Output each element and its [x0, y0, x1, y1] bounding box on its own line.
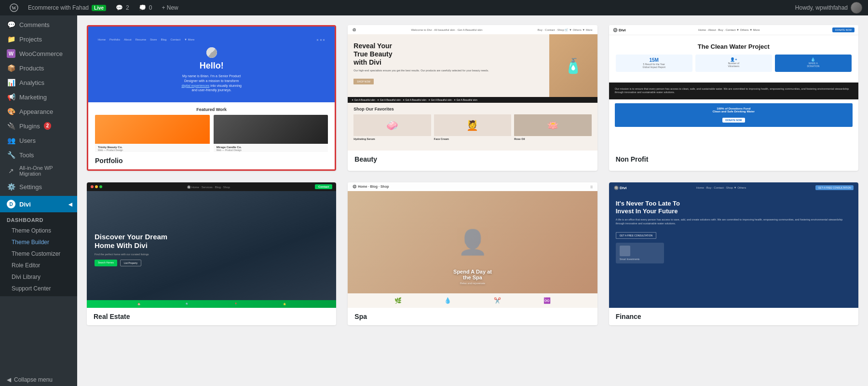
submenu-theme-customizer[interactable]: Theme Customizer — [0, 248, 77, 260]
finance-preview: 🔘 Divi Home · Buy · Contact · Shop ▼ Oth… — [609, 182, 858, 308]
admin-bar-right: Howdy, wpwithfahad — [795, 2, 862, 14]
theme-card-beauty[interactable]: 🔘 Welcome to Divi · All beautiful skin ·… — [348, 25, 597, 171]
comments-item[interactable]: 💬 2 — [112, 0, 133, 15]
submenu-role-editor[interactable]: Role Editor — [0, 260, 77, 271]
submenu-theme-builder[interactable]: Theme Builder — [0, 236, 77, 248]
realestate-buttons: Search Homes List Property — [95, 260, 328, 266]
new-label: + New — [162, 4, 178, 11]
marketing-icon: 📢 — [7, 93, 15, 101]
beauty-nav: 🔘 Welcome to Divi · All beautiful skin ·… — [348, 25, 597, 34]
products-icon: 📦 — [7, 64, 15, 72]
analytics-icon: 📊 — [7, 78, 15, 87]
divi-icon: D — [7, 200, 15, 208]
finance-card-label: Smart Investments — [620, 258, 660, 261]
site-name-item[interactable]: Ecommerce with Fahad Live — [24, 0, 110, 15]
spa-overlay-text: Spend A Day atthe Spa Relax and rejuvena… — [453, 269, 492, 285]
realestate-subtitle: Find the perfect home with our curated l… — [95, 253, 328, 256]
sidebar-item-analytics[interactable]: 📊 Analytics — [0, 75, 77, 90]
finance-card: Smart Investments — [616, 243, 664, 263]
bubble-icon: 💭 — [139, 4, 146, 11]
sidebar-label-appearance: Appearance — [19, 108, 53, 115]
plugins-badge: 2 — [44, 122, 52, 130]
collapse-menu[interactable]: ◀ Collapse menu — [0, 373, 77, 386]
theme-card-spa[interactable]: 🔘 Home · Blog · Shop ☰ 👤 Spend — [348, 182, 597, 325]
sidebar-item-appearance[interactable]: 🎨 Appearance — [0, 104, 77, 119]
sidebar-item-allinone[interactable]: ↗ All-in-One WP Migration — [0, 162, 77, 179]
sidebar-label-tools: Tools — [19, 152, 34, 159]
greeting-item[interactable]: Howdy, wpwithfahad — [795, 2, 862, 14]
sidebar-item-users[interactable]: 👥 Users — [0, 133, 77, 148]
realestate-list-btn: List Property — [120, 260, 141, 266]
nonprofit-hero: The Clean Water Project 15M 5 Result for… — [609, 35, 858, 81]
sidebar-label-comments: Comments — [19, 21, 50, 28]
new-item[interactable]: + New — [158, 0, 182, 15]
site-name: Ecommerce with Fahad — [28, 4, 89, 11]
theme-preview-beauty: 🔘 Welcome to Divi · All beautiful skin ·… — [348, 25, 597, 151]
theme-grid: HomePortfolioAboutResumeStoreBlogContact… — [87, 25, 858, 325]
theme-name-realestate: Real Estate — [87, 308, 336, 325]
collapse-label: Collapse menu — [14, 376, 53, 383]
sidebar-item-plugins[interactable]: 🔌 Plugins 2 — [0, 119, 77, 133]
portfolio-card-1-img — [95, 115, 210, 144]
submenu-divi-library[interactable]: Divi Library — [0, 271, 77, 283]
sidebar: 💬 Comments 📁 Projects W WooCommerce 📦 Pr… — [0, 15, 77, 386]
beauty-items: 🧼 Hydrating Serum 💆 Face Cream 🪷 Rose O — [353, 114, 591, 140]
sidebar-label-analytics: Analytics — [19, 79, 44, 86]
main-content: HomePortfolioAboutResumeStoreBlogContact… — [77, 15, 868, 386]
comment-count: 2 — [126, 4, 129, 11]
theme-card-nonprofit[interactable]: 🔘 Divi Home · About · Buy · Contact ▼ Ot… — [609, 25, 858, 171]
divi-label: Divi — [19, 201, 31, 208]
dot-red — [91, 185, 94, 188]
bubble-item[interactable]: 💭 0 — [135, 0, 156, 15]
finance-learn-btn: GET A FREE CONSULTATION — [616, 232, 657, 239]
plugins-icon: 🔌 — [7, 122, 15, 130]
theme-card-finance[interactable]: 🔘 Divi Home · Buy · Contact · Shop ▼ Oth… — [609, 182, 858, 325]
beauty-shop: Shop Our Favorites 🧼 Hydrating Serum 💆 F… — [348, 103, 597, 144]
submenu-support-center[interactable]: Support Center — [0, 283, 77, 294]
submenu-theme-options[interactable]: Theme Options — [0, 225, 77, 236]
spa-title: Spend A Day atthe Spa — [453, 269, 492, 280]
beauty-item-1: 🧼 Hydrating Serum — [353, 114, 431, 140]
admin-bar: W Ecommerce with Fahad Live 💬 2 💭 0 + Ne… — [0, 0, 868, 15]
sidebar-label-allinone: All-in-One WP Migration — [19, 165, 72, 177]
portfolio-avatar — [206, 47, 217, 58]
beauty-hero-text: Reveal YourTrue Beautywith Divi Our high… — [348, 34, 549, 97]
beauty-item-2-img: 💆 — [434, 114, 511, 136]
sidebar-item-products[interactable]: 📦 Products — [0, 61, 77, 75]
settings-icon: ⚙️ — [7, 182, 15, 191]
beauty-item-3-img: 🪷 — [514, 114, 591, 136]
sidebar-item-tools[interactable]: 🔧 Tools — [0, 148, 77, 162]
portfolio-card-2-img — [214, 115, 328, 144]
sidebar-label-products: Products — [19, 65, 44, 72]
portfolio-nav: HomePortfolioAboutResumeStoreBlogContact… — [98, 38, 325, 41]
svg-text:W: W — [12, 5, 16, 11]
portfolio-card-2: Mirage Candle Co. Web — Product Design L… — [214, 115, 328, 152]
sidebar-item-marketing[interactable]: 📢 Marketing — [0, 90, 77, 104]
sidebar-item-woocommerce[interactable]: W WooCommerce — [0, 46, 77, 61]
live-badge: Live — [92, 5, 106, 11]
sidebar-item-projects[interactable]: 📁 Projects — [0, 32, 77, 46]
theme-card-portfolio[interactable]: HomePortfolioAboutResumeStoreBlogContact… — [87, 25, 336, 171]
sidebar-item-settings[interactable]: ⚙️ Settings — [0, 179, 77, 194]
theme-name-spa: Spa — [348, 308, 597, 325]
theme-preview-realestate: 🔘 Home · Services · Blog · Shop Contact … — [87, 182, 336, 308]
sidebar-item-comments[interactable]: 💬 Comments — [0, 17, 77, 32]
theme-preview-nonprofit: 🔘 Divi Home · About · Buy · Contact ▼ Ot… — [609, 25, 858, 151]
finance-hero: It's Never Too Late ToInvest In Your Fut… — [609, 193, 858, 308]
divi-arrow-icon: ◀ — [68, 202, 72, 207]
theme-card-realestate[interactable]: 🔘 Home · Services · Blog · Shop Contact … — [87, 182, 336, 325]
comment-icon: 💬 — [116, 4, 123, 11]
finance-nav: 🔘 Divi Home · Buy · Contact · Shop ▼ Oth… — [609, 182, 858, 193]
sidebar-label-plugins: Plugins — [19, 123, 40, 130]
wp-logo-item[interactable]: W — [6, 0, 22, 15]
theme-name-beauty: Beauty — [348, 151, 597, 168]
migration-icon: ↗ — [7, 166, 15, 175]
realestate-search-btn: Search Homes — [95, 260, 117, 266]
finance-title: It's Never Too Late ToInvest In Your Fut… — [616, 200, 852, 215]
spa-nav: 🔘 Home · Blog · Shop ☰ — [348, 182, 597, 191]
divi-submenu: Dashboard Theme Options Theme Builder Th… — [0, 212, 77, 296]
spa-subtitle: Relax and rejuvenate — [453, 282, 492, 285]
divi-header[interactable]: D Divi ◀ — [0, 196, 77, 212]
user-avatar — [851, 2, 862, 14]
beauty-ticker: ✦ Get A Beautiful skin · ✦ Get A Beautif… — [348, 97, 597, 103]
